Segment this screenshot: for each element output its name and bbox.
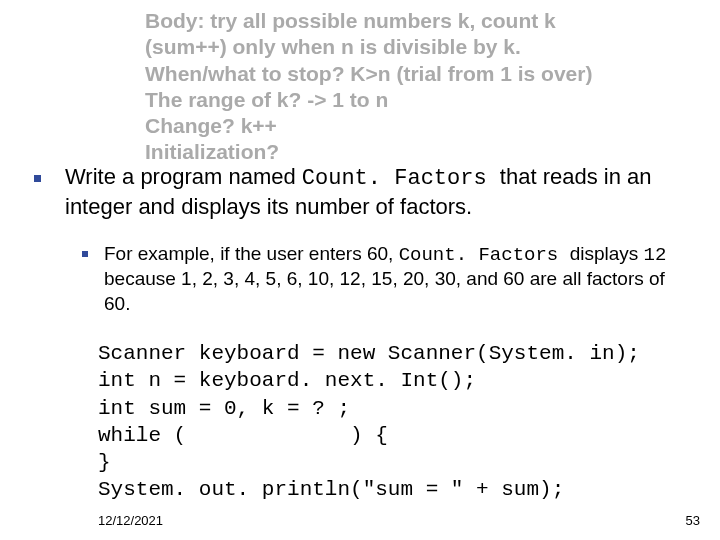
square-bullet-icon — [82, 251, 88, 257]
code-line: System. out. println("sum = " + sum); — [98, 478, 564, 501]
code-line: int sum = 0, k = ? ; — [98, 397, 350, 420]
code-line: while ( ) { — [98, 424, 388, 447]
note-line: The range of k? -> 1 to n — [145, 87, 695, 113]
note-line: When/what to stop? K>n (trial from 1 is … — [145, 61, 695, 87]
bullet2-text: For example, if the user enters 60, Coun… — [104, 242, 692, 316]
bullet1-text: Write a program named Count. Factors tha… — [65, 163, 694, 221]
footer-date: 12/12/2021 — [98, 513, 163, 528]
inline-code: Count. Factors — [302, 166, 500, 191]
note-line: Body: try all possible numbers k, count … — [145, 8, 695, 34]
note-line: Change? k++ — [145, 113, 695, 139]
bullet-level1: Write a program named Count. Factors tha… — [34, 172, 694, 221]
bullet-level2: For example, if the user enters 60, Coun… — [82, 246, 692, 316]
code-block: Scanner keyboard = new Scanner(System. i… — [98, 340, 698, 504]
code-line: } — [98, 451, 111, 474]
code-line: Scanner keyboard = new Scanner(System. i… — [98, 342, 640, 365]
inline-code: 12 — [644, 244, 667, 266]
text: For example, if the user enters 60, — [104, 243, 399, 264]
text: because 1, 2, 3, 4, 5, 6, 10, 12, 15, 20… — [104, 268, 665, 313]
text: displays — [570, 243, 644, 264]
footer-page-number: 53 — [686, 513, 700, 528]
handwritten-notes: Body: try all possible numbers k, count … — [145, 8, 695, 166]
slide: Body: try all possible numbers k, count … — [0, 0, 720, 540]
text: Write a program named — [65, 164, 302, 189]
inline-code: Count. Factors — [399, 244, 570, 266]
note-line: Initialization? — [145, 139, 695, 165]
code-line: int n = keyboard. next. Int(); — [98, 369, 476, 392]
note-line: (sum++) only when n is divisible by k. — [145, 34, 695, 60]
square-bullet-icon — [34, 175, 41, 182]
